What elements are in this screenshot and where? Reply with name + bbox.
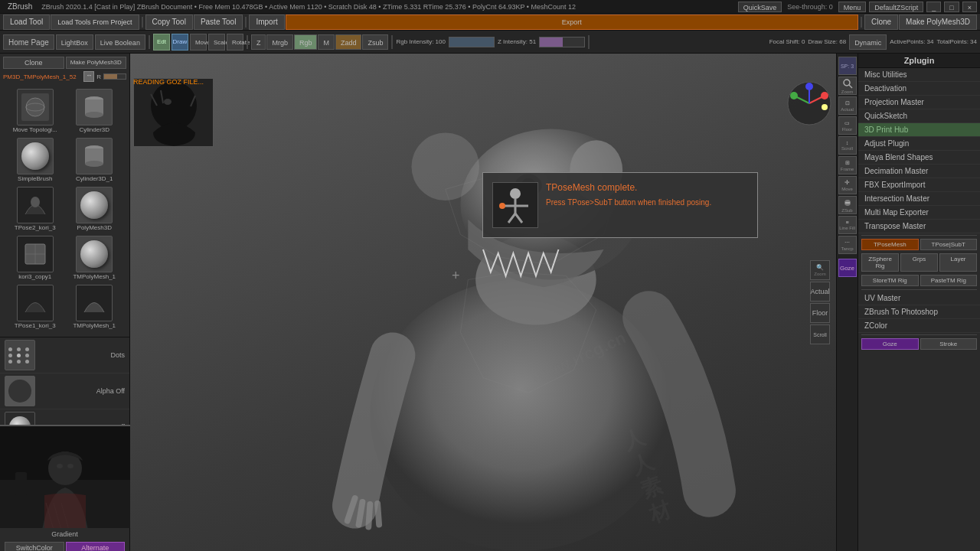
zplugin-projection-master[interactable]: Projection Master [858, 96, 980, 109]
gizmo-widget[interactable] [786, 80, 832, 126]
svg-point-7 [85, 161, 103, 167]
viewport[interactable]: READING GOZ FILE... [130, 54, 836, 551]
draw-btn[interactable]: Draw [172, 34, 188, 51]
dynamic-btn[interactable]: Dynamic [849, 34, 887, 50]
zoom-in-btn[interactable]: 🔍Zoom [810, 260, 830, 280]
zplugin-maya-blend[interactable]: Maya Blend Shapes [858, 151, 980, 165]
scroll-icon-btn[interactable]: ↕ Scroll [838, 136, 857, 155]
alpha-row: Alpha Off [0, 373, 129, 409]
tpose-mesh-btn[interactable]: TPoseMesh [861, 239, 919, 250]
rgb-intensity-slider[interactable] [449, 37, 495, 47]
move-icon-btn[interactable]: ✛ Move [838, 176, 857, 194]
floor-icon-btn[interactable]: ▭ Floor [838, 116, 857, 135]
zplugin-adjust-plugin[interactable]: Adjust Plugin [858, 137, 980, 151]
frame-icon-btn[interactable]: ⊞ Frame [838, 156, 857, 174]
alternate-btn[interactable]: Alternate [66, 542, 126, 551]
load-tool-btn[interactable]: Load Tool [3, 15, 50, 30]
mrgb-btn[interactable]: Mrgb [266, 34, 293, 50]
paste-tool-btn[interactable]: Paste Tool [194, 15, 243, 30]
tpose-subt-btn[interactable]: TPose|SubT [920, 239, 978, 250]
zplugin-quicksketch[interactable]: QuickSketch [858, 109, 980, 123]
scroll-btn[interactable]: Scroll [810, 324, 830, 344]
reference-thumbnail[interactable] [133, 78, 214, 147]
menu-btn[interactable]: Menu [838, 2, 867, 12]
zplugin-multi-map[interactable]: Multi Map Exporter [858, 206, 980, 220]
cylinder3d-tool[interactable]: Cylinder3D [66, 87, 124, 135]
move-topological-tool[interactable]: Move Topologi... [6, 87, 64, 135]
dots-brush-thumb[interactable] [5, 340, 35, 370]
rotate-btn[interactable]: Rotate [227, 34, 243, 51]
make-poly-btn-l[interactable]: Make PolyMesh3D [66, 57, 127, 69]
svg-point-8 [31, 197, 40, 207]
scale-btn[interactable]: Scale [208, 34, 225, 51]
floor-btn[interactable]: Floor [810, 303, 830, 323]
store-tm-btn[interactable]: StoreTM Rig [861, 275, 919, 286]
paste-tm-btn[interactable]: PasteTM Rig [920, 275, 978, 286]
grps-btn[interactable]: Grps [900, 253, 938, 272]
zsphere-rig-btn[interactable]: ZSphere Rig [861, 253, 899, 272]
z-btn[interactable]: Z [251, 34, 266, 50]
rgb-btn[interactable]: Rgb [294, 34, 318, 50]
clone-btn-l[interactable]: Clone [3, 57, 64, 69]
menu-zbrush[interactable]: ZBrush [3, 0, 37, 14]
active-points-label: ActivePoints: 34 [890, 38, 933, 45]
clone-btn[interactable]: Clone [864, 15, 898, 30]
alpha-thumb[interactable] [5, 376, 35, 406]
goze-btn[interactable]: Goze [838, 259, 857, 277]
zplugin-zcolor[interactable]: ZColor [858, 319, 980, 333]
zplugin-fbx[interactable]: FBX ExportImport [858, 178, 980, 192]
sp-badge: SP: 3 [838, 57, 857, 75]
m-btn[interactable]: M [318, 34, 335, 50]
switch-color-btn[interactable]: SwitchColor [5, 542, 64, 551]
edit-btn[interactable]: Edt [153, 34, 170, 51]
kori3-copy-tool[interactable]: kori3_copy1 [6, 234, 64, 282]
zplugin-3d-print-hub[interactable]: 3D Print Hub [858, 123, 980, 137]
cylinder3d-1-tool[interactable]: Cylinder3D_1 [66, 136, 124, 184]
pm3d-icon[interactable]: ↔ [83, 71, 94, 82]
simple-brush-tool[interactable]: SimpleBrush [6, 136, 64, 184]
tpose2-kori3-tool[interactable]: TMPolyMesh_1 [66, 283, 124, 331]
zplugin-uv-master[interactable]: UV Master [858, 292, 980, 305]
zsub-btn[interactable]: Zsub [362, 34, 388, 50]
zplugin-divider [861, 235, 977, 236]
default-zscript-btn[interactable]: DefaultZScript [869, 2, 923, 12]
maximize-btn[interactable]: □ [944, 2, 959, 12]
minimize-btn[interactable]: _ [926, 2, 941, 12]
zplugin-decimation[interactable]: Decimation Master [858, 165, 980, 178]
zplugin-zbrush-photoshop[interactable]: ZBrush To Photoshop [858, 305, 980, 319]
quicksave-btn[interactable]: QuickSave [738, 2, 782, 12]
import-btn[interactable]: Import [249, 15, 284, 30]
polymesh3d-tool[interactable]: PolyMesh3D [66, 185, 124, 233]
pm3d-slider[interactable] [103, 73, 126, 80]
live-boolean-btn[interactable]: Live Boolean [95, 34, 145, 50]
zadd-btn[interactable]: Zadd [335, 34, 362, 50]
copy-tool-btn[interactable]: Copy Tool [145, 15, 193, 30]
zplugin-intersection[interactable]: Intersection Master [858, 192, 980, 206]
move-topo-label: Move Topologi... [13, 126, 57, 133]
zsub-icon-btn[interactable]: ZSub [838, 196, 857, 214]
tancp-icon-btn[interactable]: ⋯ Tancp [838, 236, 857, 254]
export-btn[interactable]: Export [286, 15, 858, 30]
tpose1-tool[interactable]: TPose1_kori_3 [6, 283, 64, 331]
tmpolymesh-tool[interactable]: TMPolyMesh_1 [66, 234, 124, 282]
actual-icon-btn[interactable]: ⊡ Actual [838, 96, 857, 115]
move-btn[interactable]: Move [190, 34, 207, 51]
layer-btn[interactable]: Layer [939, 253, 977, 272]
viewport-area[interactable]: READING GOZ FILE... [130, 54, 836, 551]
zoom-icon-btn[interactable]: Zoom [838, 77, 857, 95]
goze-side-btn[interactable]: Goze [861, 338, 919, 350]
line-fill-icon-btn[interactable]: ≡ Line Fill [838, 216, 857, 234]
zplugin-misc[interactable]: Misc Utilities [858, 68, 980, 82]
home-page-btn[interactable]: Home Page [3, 34, 54, 50]
right-side-toolbar: SP: 3 Zoom ⊡ Actual ▭ Floor ↕ Scroll ⊞ F… [836, 54, 858, 551]
tpose2-tool[interactable]: TPose2_kori_3 [6, 185, 64, 233]
load-from-project-btn[interactable]: Load Tools From Project [51, 15, 139, 30]
make-polymesh-btn[interactable]: Make PolyMesh3D [899, 15, 977, 30]
lightbox-btn[interactable]: LightBox [56, 34, 93, 50]
close-btn[interactable]: × [962, 2, 977, 12]
actual-btn[interactable]: Actual [810, 282, 830, 302]
zplugin-deactivation[interactable]: Deactivation [858, 82, 980, 96]
zplugin-transpose-master[interactable]: Transpose Master [858, 220, 980, 233]
z-intensity-slider[interactable] [539, 37, 585, 47]
stroke-side-btn[interactable]: Stroke [920, 338, 978, 350]
